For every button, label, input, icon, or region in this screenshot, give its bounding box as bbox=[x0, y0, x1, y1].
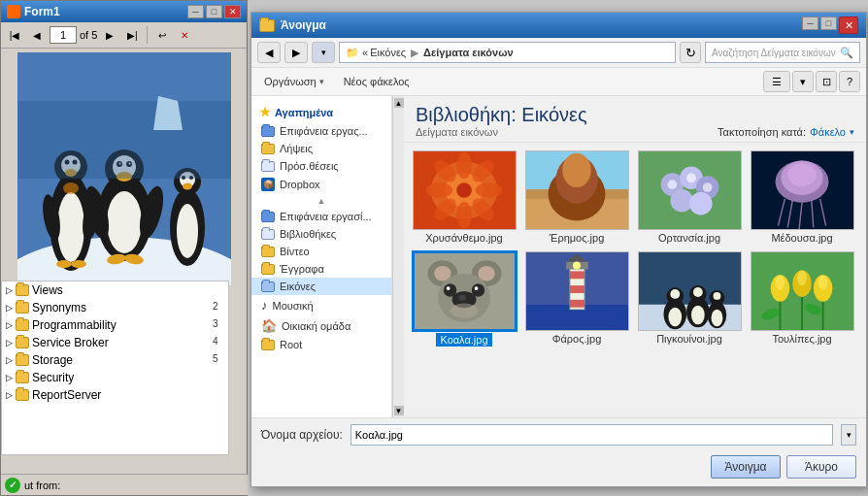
library-title: Βιβλιοθήκη: Εικόνες bbox=[416, 104, 587, 126]
image-label: Χρυσάνθεμο.jpg bbox=[425, 232, 502, 244]
form1-titlebar: Form1 ─ □ ✕ bbox=[1, 1, 247, 22]
folder-icon bbox=[16, 337, 29, 348]
forward-button[interactable]: ▶ bbox=[284, 42, 308, 63]
maximize-button[interactable]: □ bbox=[206, 5, 222, 18]
nav-item-dropbox[interactable]: 📦 Dropbox bbox=[251, 175, 391, 194]
nav-scrollbar[interactable]: ▲ ▼ bbox=[392, 96, 404, 417]
last-page-button[interactable]: ▶| bbox=[122, 25, 142, 45]
search-box[interactable]: Αναζήτηση Δείγματα εικόνων 🔍 bbox=[705, 42, 860, 63]
organize-button[interactable]: Οργάνωση ▾ bbox=[257, 73, 331, 90]
scroll-down[interactable]: ▼ bbox=[394, 406, 404, 415]
image-label: Πιγκουίνοι.jpg bbox=[656, 333, 722, 345]
dialog-addressbar: ◀ ▶ ▾ 📁 « Εικόνες ▶ Δείγματα εικόνων ↻ Α… bbox=[251, 38, 866, 68]
nav-item-video[interactable]: Βίντεο bbox=[251, 243, 391, 260]
image-thumb-desert[interactable]: Έρημος.jpg bbox=[524, 150, 629, 244]
form1-title: Form1 bbox=[24, 5, 60, 18]
expand-icon: ▷ bbox=[6, 320, 13, 330]
svg-point-83 bbox=[474, 286, 478, 290]
view-mode-button2[interactable]: ▾ bbox=[792, 71, 814, 92]
tree-label: Views bbox=[32, 283, 63, 297]
dialog-window-controls: ─ □ ✕ bbox=[802, 17, 858, 34]
nav-item-images[interactable]: Εικόνες bbox=[251, 278, 391, 295]
image-thumb-koala[interactable]: Κοαλα.jpg bbox=[412, 251, 517, 347]
tree-item-service-broker[interactable]: ▷ Service Broker 4 bbox=[2, 334, 228, 351]
image-label: Τουλίπες.jpg bbox=[772, 333, 831, 345]
open-label: Άνοιγμα bbox=[725, 460, 767, 474]
dialog-titlebar: Άνοιγμα ─ □ ✕ bbox=[251, 13, 866, 38]
svg-point-61 bbox=[686, 173, 696, 182]
new-folder-label: Νέος φάκελος bbox=[344, 76, 410, 87]
nav-label: Έγγραφα bbox=[280, 263, 324, 275]
next-page-button[interactable]: ▶ bbox=[100, 25, 119, 45]
split-view-button[interactable]: ⊡ bbox=[816, 71, 837, 92]
tree-panel: ▷ Views ▷ Synonyms 2 ▷ Programmability 3… bbox=[1, 281, 229, 455]
folder-icon bbox=[16, 284, 29, 296]
nav-item-homegroup[interactable]: 🏠 Οικιακή ομάδα bbox=[251, 315, 391, 336]
item-num: 4 bbox=[213, 336, 224, 349]
desert-svg bbox=[526, 150, 628, 230]
svg-point-81 bbox=[471, 283, 484, 296]
nav-item-desktop[interactable]: Επιφάνεια εργας... bbox=[251, 122, 391, 140]
tree-item-storage[interactable]: ▷ Storage 5 bbox=[2, 351, 228, 369]
minimize-button[interactable]: ─ bbox=[187, 5, 204, 18]
photo-display bbox=[17, 52, 231, 285]
tree-item-synonyms[interactable]: ▷ Synonyms 2 bbox=[2, 299, 228, 316]
tree-item-views[interactable]: ▷ Views bbox=[2, 281, 228, 299]
image-thumb-flower2[interactable]: Ορτανσία.jpg bbox=[637, 150, 742, 244]
svg-point-53 bbox=[562, 153, 590, 187]
tree-label: Synonyms bbox=[32, 301, 86, 314]
image-preview-desert bbox=[525, 150, 629, 230]
image-thumb-jellyfish[interactable]: Μέδουσα.jpg bbox=[750, 150, 854, 244]
help-button[interactable]: ? bbox=[839, 71, 860, 92]
expand-icon: ▷ bbox=[6, 355, 13, 365]
nav-item-libraries[interactable]: Βιβλιοθήκες bbox=[251, 225, 391, 243]
scroll-up[interactable]: ▲ bbox=[394, 98, 404, 108]
image-thumb-penguins2[interactable]: Πιγκουίνοι.jpg bbox=[637, 251, 742, 347]
image-label: Έρημος.jpg bbox=[550, 232, 605, 244]
nav-label: Root bbox=[280, 339, 302, 350]
root-icon bbox=[261, 340, 275, 350]
svg-point-39 bbox=[456, 182, 472, 198]
open-button[interactable]: Άνοιγμα bbox=[711, 455, 781, 479]
stop-button[interactable]: ✕ bbox=[175, 25, 194, 45]
refresh-addr-button[interactable]: ↻ bbox=[680, 42, 701, 63]
tree-label: Storage bbox=[32, 353, 73, 367]
dialog-maximize-button[interactable]: □ bbox=[820, 17, 837, 30]
page-number-input[interactable]: 1 bbox=[50, 26, 77, 44]
dialog-minimize-button[interactable]: ─ bbox=[802, 17, 818, 30]
nav-item-music[interactable]: ♪ Μουσική bbox=[251, 295, 391, 315]
favorites-section[interactable]: ★ Αγαπημένα bbox=[251, 102, 391, 122]
up-button[interactable]: ▾ bbox=[312, 42, 335, 63]
back-button[interactable]: ◀ bbox=[257, 42, 281, 63]
filename-dropdown[interactable]: ▾ bbox=[841, 424, 856, 446]
new-folder-button[interactable]: Νέος φάκελος bbox=[337, 73, 417, 90]
svg-rect-92 bbox=[570, 300, 584, 308]
image-thumb-lighthouse[interactable]: Φάρος.jpg bbox=[524, 251, 629, 347]
prev-page-button[interactable]: ◀ bbox=[27, 25, 47, 45]
nav-item-desktop2[interactable]: Επιφάνεια εργασί... bbox=[251, 208, 391, 225]
filename-input[interactable]: Κοαλα.jpg bbox=[351, 424, 833, 446]
tree-item-security[interactable]: ▷ Security bbox=[2, 369, 228, 386]
cancel-button[interactable]: Άκυρο bbox=[786, 455, 856, 479]
nav-label: Οικιακή ομάδα bbox=[282, 320, 351, 332]
video-icon bbox=[261, 247, 275, 257]
address-path[interactable]: 📁 « Εικόνες ▶ Δείγματα εικόνων bbox=[339, 42, 676, 63]
dialog-title: Άνοιγμα bbox=[281, 18, 326, 32]
nav-item-downloads[interactable]: Λήψεις bbox=[251, 140, 391, 157]
image-thumb-flower[interactable]: Χρυσάνθεμο.jpg bbox=[412, 150, 517, 244]
refresh-button[interactable]: ↩ bbox=[152, 25, 172, 45]
dialog-close-button[interactable]: ✕ bbox=[839, 17, 858, 34]
library-subtitle: Δείγματα εικόνων bbox=[416, 126, 587, 138]
images-icon bbox=[261, 281, 275, 292]
sort-value[interactable]: Φάκελο bbox=[810, 126, 846, 138]
tree-item-programmability[interactable]: ▷ Programmability 3 bbox=[2, 316, 228, 334]
tree-item-reportserver[interactable]: ▷ ReportServer bbox=[2, 386, 228, 404]
nav-item-root[interactable]: Root bbox=[251, 336, 391, 353]
nav-item-docs[interactable]: Έγγραφα bbox=[251, 260, 391, 278]
first-page-button[interactable]: |◀ bbox=[5, 25, 24, 45]
form1-title-area: Form1 bbox=[7, 5, 60, 18]
close-button[interactable]: ✕ bbox=[224, 5, 241, 18]
view-mode-button[interactable]: ☰ bbox=[763, 71, 790, 92]
nav-item-recent[interactable]: Πρόσ.θέσεις bbox=[251, 157, 391, 175]
image-thumb-tulips[interactable]: Τουλίπες.jpg bbox=[750, 251, 854, 347]
